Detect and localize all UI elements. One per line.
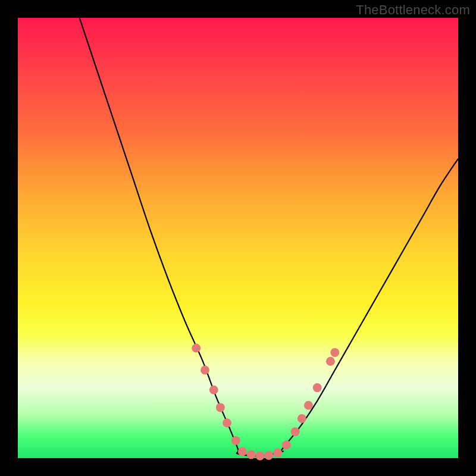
data-marker [247,450,256,459]
data-marker [273,449,282,458]
data-marker [330,348,339,357]
watermark-text: TheBottleneck.com [356,2,470,18]
data-marker [313,383,322,392]
data-marker [231,436,240,445]
data-marker [209,386,218,394]
data-marker [264,451,273,460]
bottleneck-curve [80,18,458,456]
data-marker [223,418,231,427]
data-marker [238,447,247,456]
data-marker [326,357,335,366]
data-marker [291,427,300,436]
data-marker [304,401,313,410]
data-marker [201,366,209,375]
data-marker [216,403,225,412]
chart-frame: TheBottleneck.com [0,0,476,476]
data-marker [282,440,291,449]
data-marker [298,414,306,423]
data-marker [192,344,201,353]
data-marker [256,452,265,461]
chart-svg [18,18,458,458]
curve-path [80,18,458,456]
